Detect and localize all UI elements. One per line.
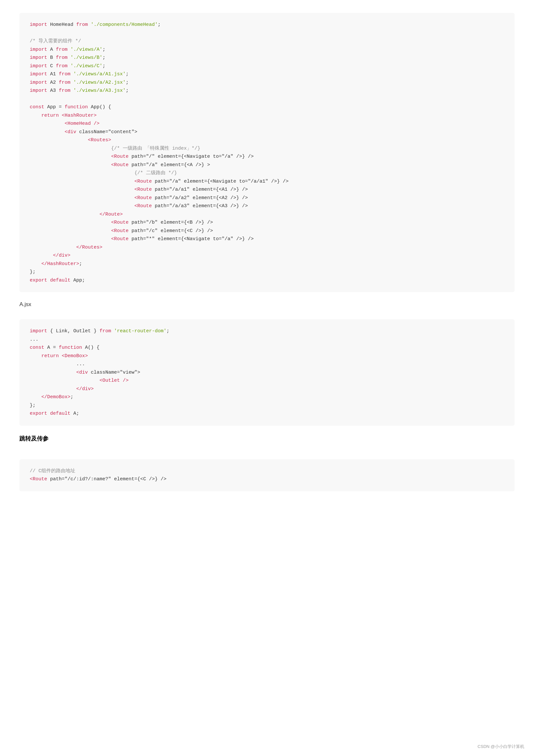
main-content: import HomeHead from './components/HomeH… — [19, 13, 515, 491]
section-label-jump: 跳转及传参 — [19, 435, 515, 443]
code-block-jump: // C组件的路由地址 <Route path="/c/:id?/:name?"… — [19, 459, 515, 491]
code-block-app: import HomeHead from './components/HomeH… — [19, 13, 515, 292]
section-label-ajsx: A.jsx — [19, 301, 515, 308]
code-block-ajsx: import { Link, Outlet } from 'react-rout… — [19, 319, 515, 426]
footer: CSDN @小小白学计算机 — [477, 744, 524, 749]
